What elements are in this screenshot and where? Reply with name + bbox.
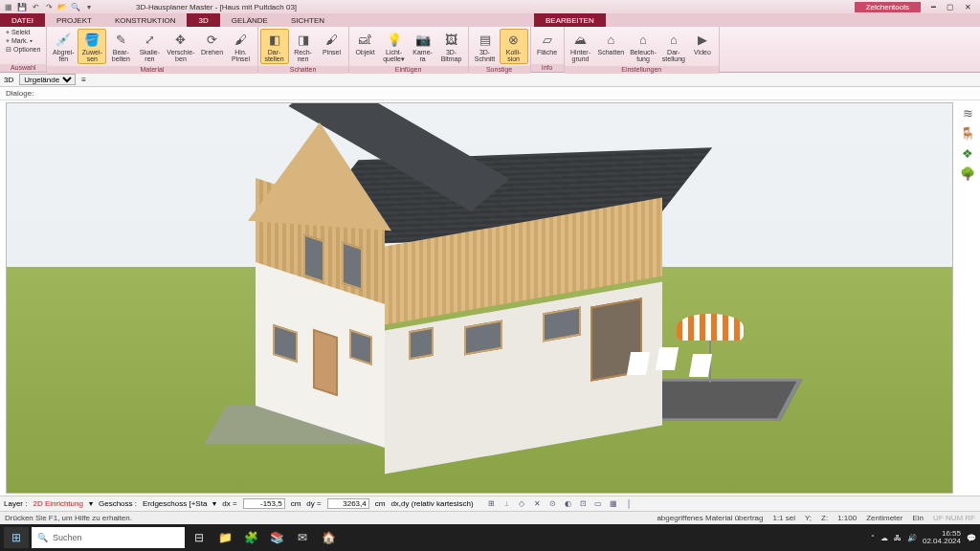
dropdown-icon[interactable]: ▾ bbox=[212, 499, 216, 508]
dropdown-icon[interactable]: ≡ bbox=[81, 76, 86, 84]
snap-icon[interactable]: │ bbox=[623, 497, 635, 510]
layer-value[interactable]: 2D Einrichtung bbox=[33, 499, 82, 508]
group-sonstige: ▤3D- Schnitt ⊗Kolli- sion Sonstige bbox=[469, 27, 531, 72]
snap-icon[interactable]: ▦ bbox=[608, 497, 620, 510]
gable bbox=[248, 118, 391, 231]
mark-button[interactable]: ⌖ Mark. ▾ bbox=[6, 37, 33, 45]
beleuchtung-button[interactable]: ⌂Beleuch- tung bbox=[627, 29, 659, 64]
verschieben-button[interactable]: ✥Verschie- ben bbox=[164, 29, 197, 64]
rechnen-button[interactable]: ◨Rech- nen bbox=[289, 29, 318, 64]
start-button[interactable]: ⊞ bbox=[4, 527, 29, 548]
snap-icon[interactable]: ✕ bbox=[531, 497, 544, 510]
snap-icon[interactable]: ◐ bbox=[562, 497, 574, 510]
workspace: ≋ 🪑 ❖ 🌳 bbox=[0, 100, 980, 496]
tray-cloud-icon[interactable]: ☁ bbox=[880, 534, 888, 542]
plants-icon[interactable]: ❖ bbox=[962, 146, 973, 161]
dx-label: dx = bbox=[222, 499, 236, 508]
tab-datei[interactable]: DATEI bbox=[0, 13, 45, 27]
schatten-einst-button[interactable]: ⌂Schatten bbox=[595, 29, 628, 57]
tab-konstruktion[interactable]: KONSTRUKTION bbox=[103, 13, 188, 27]
qat-icon[interactable]: ▦ bbox=[3, 1, 14, 12]
taskbar-app-icon[interactable]: 📁 bbox=[213, 527, 236, 548]
optionen-button[interactable]: ⊟ Optionen bbox=[6, 46, 40, 54]
notifications-icon[interactable]: 💬 bbox=[967, 534, 976, 542]
rotate-icon: ⟳ bbox=[204, 31, 221, 48]
layers-icon[interactable]: ≋ bbox=[963, 106, 973, 121]
task-view-icon[interactable]: ⊟ bbox=[188, 527, 211, 548]
dy-label: dy = bbox=[306, 499, 321, 508]
tray-volume-icon[interactable]: 🔊 bbox=[907, 534, 917, 542]
tray-chevron-icon[interactable]: ˄ bbox=[871, 534, 875, 542]
zuweisen-button[interactable]: 🪣Zuwei- sen bbox=[78, 29, 106, 64]
maximize-icon[interactable]: ▢ bbox=[944, 3, 957, 11]
darstellung-button[interactable]: ⌂Dar- stellung bbox=[659, 29, 688, 64]
darstellen-button[interactable]: ◧Dar- stellen bbox=[260, 29, 289, 64]
flaeche-button[interactable]: ▱Fläche bbox=[533, 29, 562, 57]
qat-zoom-icon[interactable]: 🔍 bbox=[70, 1, 81, 12]
bitmap-button[interactable]: 🖼3D- Bitmap bbox=[437, 29, 466, 64]
furniture-icon[interactable]: 🪑 bbox=[960, 126, 975, 141]
qat-open-icon[interactable]: 📂 bbox=[56, 1, 68, 12]
shadow-show-icon: ◧ bbox=[266, 31, 283, 48]
view-mode[interactable]: 3D bbox=[4, 76, 13, 84]
schnitt-button[interactable]: ▤3D- Schnitt bbox=[471, 29, 500, 64]
taskbar-app-icon[interactable]: 🧩 bbox=[239, 527, 262, 548]
snap-icon[interactable]: ▭ bbox=[592, 497, 605, 510]
snap-icon[interactable]: ◇ bbox=[516, 497, 528, 510]
skalieren-button[interactable]: ⤢Skalie- ren bbox=[135, 29, 164, 64]
layer-select[interactable]: Urgelände bbox=[19, 74, 76, 85]
dropdown-icon[interactable]: ▾ bbox=[89, 499, 93, 508]
dy-input[interactable] bbox=[327, 498, 369, 509]
geschoss-value[interactable]: Erdgeschoss [+Sta bbox=[143, 499, 207, 508]
qat-more-icon[interactable]: ▾ bbox=[83, 1, 95, 12]
qat-save-icon[interactable]: 💾 bbox=[16, 1, 28, 12]
search-placeholder: Suchen bbox=[53, 533, 82, 542]
taskbar-app-icon[interactable]: 🏠 bbox=[317, 527, 340, 548]
taskbar-search[interactable]: 🔍 Suchen bbox=[32, 527, 185, 548]
tab-sichten[interactable]: SICHTEN bbox=[279, 13, 336, 27]
abgreifen-button[interactable]: 💉Abgrei- fen bbox=[49, 29, 78, 64]
dx-input[interactable] bbox=[243, 498, 285, 509]
search-icon: 🔍 bbox=[37, 533, 48, 542]
tab-bearbeiten[interactable]: BEARBEITEN bbox=[534, 13, 606, 27]
umbrella bbox=[677, 314, 744, 383]
camera-icon: 📷 bbox=[414, 31, 432, 48]
video-button[interactable]: ▶Video bbox=[688, 29, 717, 57]
hintergrund-button[interactable]: ⛰Hinter- grund bbox=[567, 29, 595, 64]
close-icon[interactable]: ✕ bbox=[961, 3, 974, 11]
drehen-button[interactable]: ⟳Drehen bbox=[198, 29, 227, 57]
qat-undo-icon[interactable]: ↶ bbox=[30, 1, 41, 12]
selekt-button[interactable]: ⌖ Selekt bbox=[6, 29, 30, 36]
minimize-icon[interactable]: ━ bbox=[926, 3, 940, 11]
taskbar-app-icon[interactable]: ✉ bbox=[291, 527, 314, 548]
tree-icon[interactable]: 🌳 bbox=[960, 166, 975, 181]
snap-icon[interactable]: ⊙ bbox=[546, 497, 559, 510]
snap-icon[interactable]: ⟂ bbox=[501, 497, 513, 510]
render-icon: ⌂ bbox=[665, 31, 682, 48]
status-y: Y; bbox=[805, 514, 812, 522]
coord-mode[interactable]: dx,dy (relativ kartesisch) bbox=[390, 499, 473, 508]
qat-redo-icon[interactable]: ↷ bbox=[43, 1, 55, 12]
front-door bbox=[313, 329, 338, 396]
kamera-button[interactable]: 📷Kame- ra bbox=[409, 29, 437, 64]
status-scale: 1:100 bbox=[837, 514, 857, 522]
bearbeiten-button[interactable]: ✎Bear- beiten bbox=[106, 29, 135, 64]
snap-icon[interactable]: ⊞ bbox=[485, 497, 498, 510]
group-material: 💉Abgrei- fen 🪣Zuwei- sen ✎Bear- beiten ⤢… bbox=[47, 27, 257, 72]
objekt-button[interactable]: 🛋Objekt bbox=[351, 29, 380, 57]
pinsel-button[interactable]: 🖌Pinsel bbox=[318, 29, 346, 57]
snap-icon[interactable]: ⊡ bbox=[577, 497, 590, 510]
tab-gelaende[interactable]: GELÄNDE bbox=[220, 13, 279, 27]
hinpinsel-button[interactable]: 🖌Hin. Pinsel bbox=[227, 29, 256, 64]
taskbar-clock[interactable]: 16:55 02.04.2024 bbox=[923, 530, 961, 545]
taskbar-app-icon[interactable]: 📚 bbox=[265, 527, 288, 548]
tab-projekt[interactable]: PROJEKT bbox=[45, 13, 103, 27]
kollision-button[interactable]: ⊗Kolli- sion bbox=[500, 29, 528, 64]
viewport-3d[interactable] bbox=[6, 102, 953, 494]
tab-3d[interactable]: 3D bbox=[187, 13, 219, 27]
edit-icon: ✎ bbox=[112, 31, 129, 48]
group-label: Einfügen bbox=[349, 66, 468, 74]
tray-network-icon[interactable]: 🖧 bbox=[894, 534, 902, 542]
lichtquelle-button[interactable]: 💡Licht- quelle▾ bbox=[380, 29, 409, 64]
calc-icon: ◨ bbox=[295, 31, 312, 48]
